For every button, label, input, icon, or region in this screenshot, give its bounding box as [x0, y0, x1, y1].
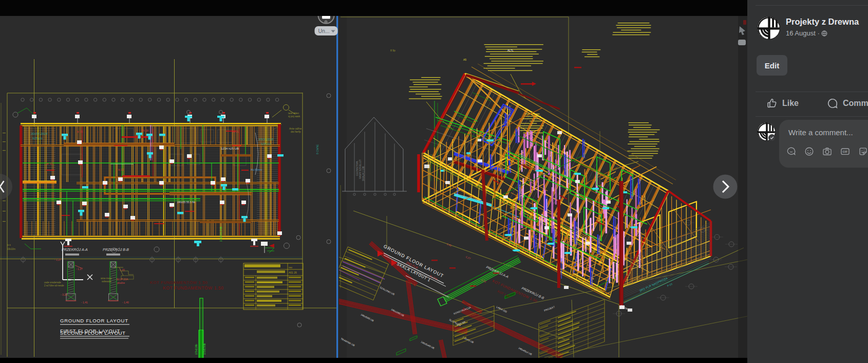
svg-text:- 1,41: - 1,41 [81, 301, 88, 304]
svg-text:sj pnj sask: sj pnj sask [288, 115, 300, 118]
svg-text:h25 cm: h25 cm [261, 142, 271, 146]
svg-text:19x10m: 19x10m [7, 248, 15, 250]
svg-text:kt 10: kt 10 [118, 168, 124, 171]
svg-text:2 scYdne sd-nesde: 2 scYdne sd-nesde [44, 284, 64, 287]
svg-text:240x55 55.5 Nk: 240x55 55.5 Nk [177, 201, 196, 204]
svg-text:Un...: Un... [318, 28, 330, 34]
svg-text:AL7L: AL7L [507, 49, 514, 52]
svg-text:- 1,40: - 1,40 [122, 301, 129, 304]
svg-text:3/5/X 2018: 3/5/X 2018 [258, 138, 274, 141]
svg-text:bd 21: bd 21 [232, 130, 239, 133]
svg-text:KOT FUNDAMENTÓW 1.50: KOT FUNDAMENTÓW 1.50 [150, 280, 207, 285]
svg-text:PRZEKRÓJ A-A: PRZEKRÓJ A-A [62, 247, 88, 251]
svg-text:1 5x8/3x0,5/db: 1 5x8/3x0,5/db [220, 226, 222, 242]
svg-text:az 15: az 15 [46, 162, 52, 165]
svg-text:8 9p: 8 9p [390, 49, 395, 52]
svg-text:GROUND FLOOR LAYOUT: GROUND FLOOR LAYOUT [60, 318, 128, 323]
svg-text:A01 26: A01 26 [289, 271, 297, 274]
svg-text:wme mssp: wme mssp [101, 277, 112, 280]
svg-text:30x5X 2018: 30x5X 2018 [31, 132, 48, 135]
svg-text:SN 28: SN 28 [141, 129, 148, 132]
svg-text:GEOMETRIA: GEOMETRIA [356, 160, 358, 176]
svg-text:PRZEKRÓJ B-B: PRZEKRÓJ B-B [103, 247, 129, 251]
svg-text:1234 h25 UB: 1234 h25 UB [221, 147, 239, 150]
svg-text:RAMY SZKIELET: RAMY SZKIELET [359, 159, 362, 179]
svg-text:dst fterfp: dst fterfp [291, 130, 301, 133]
svg-text:ssfesside: ssfesside [102, 280, 111, 283]
svg-text:SKALA 1:100: SKALA 1:100 [362, 166, 365, 181]
svg-text:p.s: p.s [7, 243, 11, 246]
svg-text:rev: rev [289, 266, 292, 269]
svg-text:KOT FUNDAMENTÓW 1.50: KOT FUNDAMENTÓW 1.50 [163, 285, 224, 291]
svg-text:kr 25: kr 25 [77, 130, 83, 133]
svg-text:- 1,27: - 1,27 [76, 267, 83, 270]
svg-text:A5: A5 [463, 58, 466, 61]
svg-text:GIF: GIF [843, 150, 848, 153]
svg-text:- 1,27: - 1,27 [54, 258, 61, 261]
svg-text:h25 cm: h25 cm [32, 137, 43, 140]
svg-text:SECOND FLOOR LAYOUT: SECOND FLOOR LAYOUT [60, 330, 125, 336]
svg-text:płudne: płudne [117, 281, 125, 284]
svg-text:170x5,5/db: 170x5,5/db [203, 343, 206, 355]
svg-text:8 CWNE: 8 CWNE [316, 144, 319, 154]
svg-text:- 3,20: - 3,20 [61, 293, 67, 296]
svg-text:osde snsdensde: osde snsdensde [44, 281, 61, 284]
svg-text:170x2,2/lb: 170x2,2/lb [195, 344, 198, 355]
